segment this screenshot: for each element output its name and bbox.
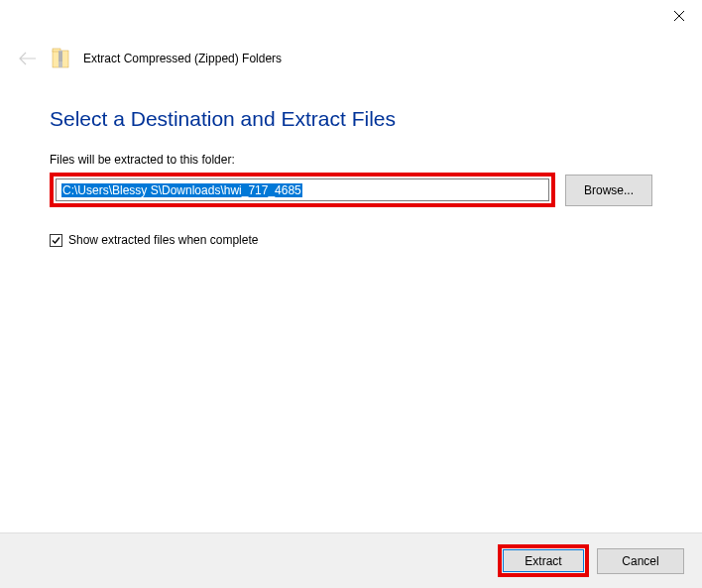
close-button[interactable] <box>656 0 702 32</box>
annotation-highlight-input: C:\Users\Blessy S\Downloads\hwi_717_4685 <box>50 173 555 207</box>
extract-button[interactable]: Extract <box>503 549 584 572</box>
annotation-highlight-extract: Extract <box>498 544 589 577</box>
zip-folder-icon <box>52 48 69 69</box>
destination-path-value: C:\Users\Blessy S\Downloads\hwi_717_4685 <box>61 183 302 197</box>
destination-path-input[interactable]: C:\Users\Blessy S\Downloads\hwi_717_4685 <box>56 178 549 201</box>
browse-button[interactable]: Browse... <box>565 175 652 206</box>
dialog-footer: Extract Cancel <box>0 532 702 588</box>
show-extracted-label: Show extracted files when complete <box>68 233 258 247</box>
back-button <box>18 49 38 68</box>
cancel-button[interactable]: Cancel <box>597 548 684 574</box>
window-title: Extract Compressed (Zipped) Folders <box>83 52 282 65</box>
wizard-header: Extract Compressed (Zipped) Folders <box>18 48 684 69</box>
checkmark-icon <box>51 235 61 246</box>
page-heading: Select a Destination and Extract Files <box>50 107 652 131</box>
close-icon <box>673 10 685 22</box>
back-arrow-icon <box>19 52 37 65</box>
show-extracted-checkbox[interactable] <box>50 234 62 247</box>
svg-rect-4 <box>58 51 62 67</box>
destination-label: Files will be extracted to this folder: <box>50 153 652 167</box>
